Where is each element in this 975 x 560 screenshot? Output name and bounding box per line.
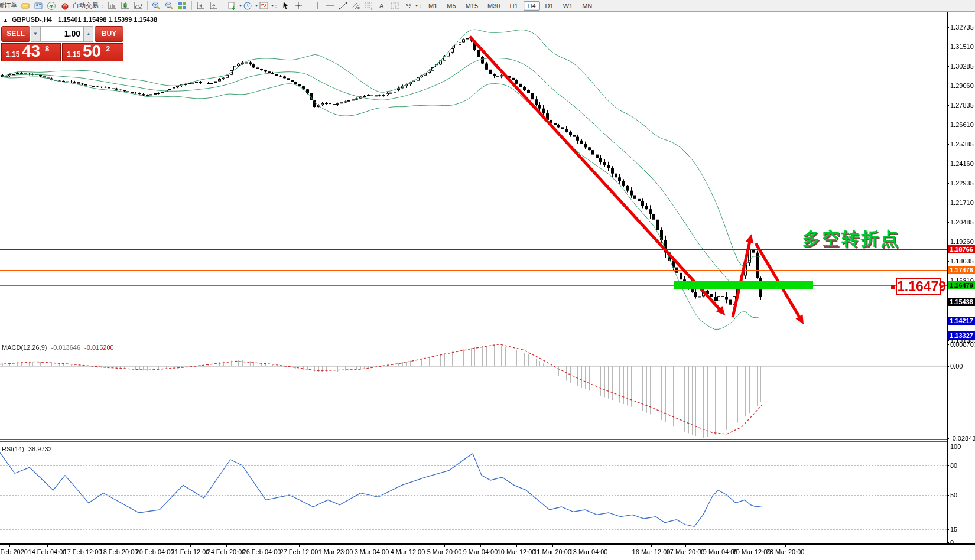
macd-tick: 0.00 <box>950 363 963 370</box>
volume-input[interactable]: 1.00 <box>40 26 84 42</box>
svg-text:F: F <box>371 7 373 11</box>
bar-chart-style-icon[interactable] <box>107 1 118 11</box>
fibonacci-tool-icon[interactable]: F <box>364 1 375 11</box>
timeframe-button-mn[interactable]: MN <box>578 1 596 11</box>
zoom-in-icon[interactable] <box>151 1 162 11</box>
indicators-add-icon[interactable] <box>227 1 238 11</box>
price-tick: 1.21710 <box>950 199 974 206</box>
mt4-window: 新订单 自动交易 ▾ ▾ ▾ E F A T <box>0 0 975 560</box>
time-label: 5 Mar 20:00 <box>427 548 462 555</box>
accounts-icon[interactable] <box>34 1 44 11</box>
level-line-3[interactable] <box>0 302 947 302</box>
price-tick: 1.27835 <box>950 102 974 109</box>
price-tick: 1.24160 <box>950 160 974 167</box>
time-label: 1 Mar 23:00 <box>318 548 353 555</box>
price-badge: 1.15438 <box>948 298 975 306</box>
timeframe-button-w1[interactable]: W1 <box>559 1 577 11</box>
svg-text:E: E <box>358 6 360 10</box>
arrows-tool-icon[interactable] <box>403 1 414 11</box>
svg-text:A: A <box>379 2 384 9</box>
level-line-4[interactable] <box>0 321 947 321</box>
macd-panel-splitter[interactable] <box>0 338 947 340</box>
periods-clock-icon[interactable] <box>243 1 254 11</box>
turning-point-annotation[interactable]: 多空转折点 <box>802 227 900 251</box>
macd-label: MACD(12,26,9) -0.013646 -0.015200 <box>2 344 114 351</box>
time-tick <box>408 545 408 547</box>
tile-windows-icon[interactable] <box>177 1 188 11</box>
time-tick <box>444 545 445 547</box>
chart-title: ▲ GBPUSD-,H4 1.15401 1.15498 1.15399 1.1… <box>3 16 157 23</box>
price-axis-line <box>947 12 948 543</box>
toolbar: 新订单 自动交易 ▾ ▾ ▾ E F A T <box>0 0 975 12</box>
price-tick: 1.22935 <box>950 180 974 187</box>
buy-price-display[interactable]: 1.15 50 2 <box>62 43 124 61</box>
new-order-button[interactable]: 新订单 <box>0 1 20 10</box>
support-zone-bar[interactable] <box>674 281 813 289</box>
vertical-line-tool-icon[interactable] <box>312 1 323 11</box>
timeframe-button-d1[interactable]: D1 <box>541 1 558 11</box>
time-tick <box>719 545 719 547</box>
time-tick <box>299 545 300 547</box>
crosshair-icon[interactable] <box>294 1 304 11</box>
buy-button[interactable]: BUY <box>95 26 124 42</box>
rsi-tick: 15 <box>950 526 957 533</box>
time-label: 24 Feb 20:00 <box>207 548 246 555</box>
time-label: 17 Feb 12:00 <box>64 548 102 555</box>
trendline-tool-icon[interactable] <box>338 1 349 11</box>
timeframe-button-m15[interactable]: M15 <box>462 1 482 11</box>
timeframe-button-h1[interactable]: H1 <box>505 1 522 11</box>
time-label: 10 Mar 12:00 <box>498 548 536 555</box>
timeframe-button-m30[interactable]: M30 <box>483 1 504 11</box>
price-tick: 1.30285 <box>950 63 974 70</box>
signals-icon[interactable] <box>47 1 57 11</box>
templates-dropdown-caret[interactable]: ▾ <box>271 3 274 8</box>
rsi-tick: 100 <box>950 443 961 450</box>
timeframe-button-m1[interactable]: M1 <box>424 1 441 11</box>
volume-decrease-button[interactable]: ▼ <box>31 26 40 42</box>
price-chart-canvas[interactable] <box>0 12 975 560</box>
level-price-label[interactable]: 1.16479 <box>896 278 941 295</box>
auto-scroll-icon[interactable] <box>196 1 206 11</box>
cursor-icon[interactable] <box>281 1 291 11</box>
svg-text:T: T <box>394 3 397 9</box>
price-tick: 1.20485 <box>950 219 974 226</box>
sell-button[interactable]: SELL <box>1 26 30 42</box>
time-label: 21 Feb 12:00 <box>171 548 210 555</box>
indicators-dropdown-caret[interactable]: ▾ <box>239 3 242 8</box>
time-tick <box>480 545 481 547</box>
candlestick-style-icon[interactable] <box>120 1 131 11</box>
time-label: 13 Mar 04:00 <box>570 548 608 555</box>
channel-tool-icon[interactable]: E <box>351 1 362 11</box>
level-line-5[interactable] <box>0 336 947 336</box>
depth-of-market-icon[interactable] <box>21 1 31 11</box>
autotrading-button[interactable]: 自动交易 <box>58 1 100 11</box>
time-axis-line <box>0 543 975 545</box>
arrows-dropdown-caret[interactable]: ▾ <box>415 3 418 8</box>
rsi-panel-splitter[interactable] <box>0 439 947 442</box>
level-line-1[interactable] <box>0 270 947 271</box>
time-label: 16 Mar 12:00 <box>632 548 671 555</box>
text-label-tool-icon[interactable]: T <box>390 1 401 11</box>
time-tick <box>651 545 652 547</box>
rsi-tick: 50 <box>950 491 957 499</box>
time-label: 26 Feb 04:00 <box>243 548 281 555</box>
periods-dropdown-caret[interactable]: ▾ <box>255 3 258 8</box>
text-tool-icon[interactable]: A <box>377 1 388 11</box>
line-chart-style-icon[interactable] <box>133 1 144 11</box>
zoom-out-icon[interactable] <box>164 1 175 11</box>
autotrading-icon <box>61 1 72 11</box>
chart-shift-icon[interactable] <box>209 1 219 11</box>
horizontal-line-tool-icon[interactable] <box>325 1 336 11</box>
chart-window: ▲ GBPUSD-,H4 1.15401 1.15498 1.15399 1.1… <box>0 12 975 560</box>
sell-price-display[interactable]: 1.15 43 8 <box>1 43 61 61</box>
price-badge: 1.16479 <box>948 281 975 289</box>
time-label: 20 Mar 12:00 <box>733 548 771 555</box>
templates-icon[interactable] <box>259 1 269 11</box>
volume-increase-button[interactable]: ▲ <box>84 26 93 42</box>
price-tick: 1.29060 <box>950 82 974 89</box>
time-tick <box>9 545 10 547</box>
timeframe-button-h4[interactable]: H4 <box>524 1 540 11</box>
timeframe-button-m5[interactable]: M5 <box>443 1 460 11</box>
rsi-level-line <box>0 495 947 496</box>
price-badge: 1.13327 <box>948 331 975 340</box>
